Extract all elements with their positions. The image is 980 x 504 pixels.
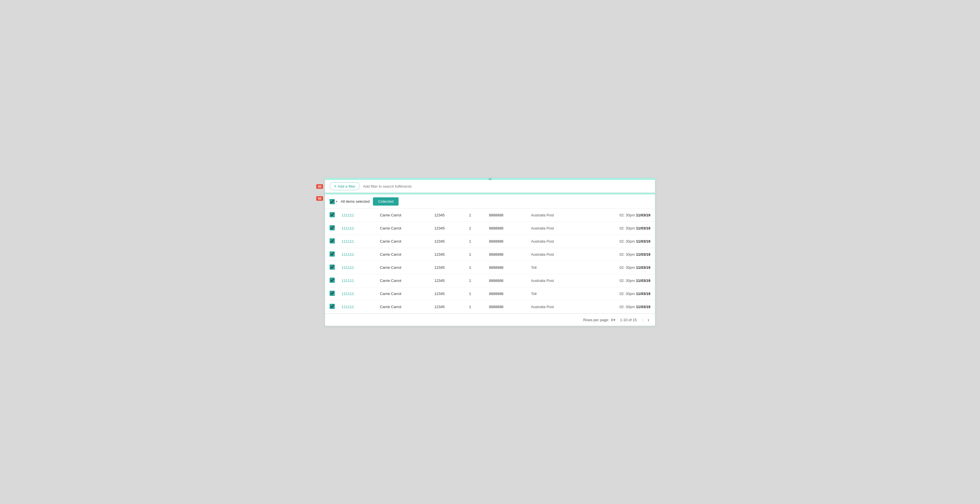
- row-checkbox-cell[interactable]: [325, 248, 337, 261]
- customer-name-cell: Carrie Carrot: [375, 248, 430, 261]
- phone-cell: 8888888: [484, 209, 526, 222]
- phone-cell: 8888888: [484, 222, 526, 235]
- customer-name-cell: Carrie Carrot: [375, 235, 430, 248]
- phone-cell: 8888888: [484, 248, 526, 261]
- order-id-cell: 111111: [337, 261, 375, 274]
- add-filter-button[interactable]: + Add a filter: [329, 182, 360, 190]
- rows-count-label: 1-10 of 15: [620, 318, 637, 322]
- customer-name-cell: Carrie Carrot: [375, 261, 430, 274]
- datetime-cell: 02: 30pm 11/03/19: [584, 209, 655, 222]
- customer-name-cell: Carrie Carrot: [375, 300, 430, 313]
- row-checkbox-7[interactable]: [329, 291, 335, 296]
- table-row: 111111 Carrie Carrot 12345 1 8888888 Aus…: [325, 300, 655, 313]
- courier-cell: Australia Post: [527, 248, 584, 261]
- row-checkbox-6[interactable]: [329, 278, 335, 283]
- date-part: 11/03/19: [636, 278, 651, 283]
- select-all-checkbox[interactable]: [329, 199, 335, 204]
- courier-cell: Australia Post: [527, 274, 584, 287]
- courier-cell: Australia Post: [527, 300, 584, 313]
- rows-per-page-value: 8: [611, 318, 613, 322]
- table-row: 111111 Carrie Carrot 12345 1 8888888 Tol…: [325, 287, 655, 300]
- phone-cell: 8888888: [484, 261, 526, 274]
- code-cell: 12345: [430, 235, 465, 248]
- table-row: 111111 Carrie Carrot 12345 1 8888888 Aus…: [325, 248, 655, 261]
- collected-button[interactable]: Collected: [373, 197, 399, 205]
- customer-name-cell: Carrie Carrot: [375, 222, 430, 235]
- plus-icon: +: [334, 184, 336, 189]
- time-part: 02: 30pm: [620, 239, 636, 243]
- row-checkbox-cell[interactable]: [325, 209, 337, 222]
- date-part: 11/03/19: [636, 305, 651, 309]
- code-cell: 12345: [430, 274, 465, 287]
- qty-cell: 1: [465, 287, 484, 300]
- datetime-cell: 02: 30pm 11/03/19: [584, 222, 655, 235]
- qty-cell: 1: [465, 274, 484, 287]
- order-id-cell: 111111: [337, 248, 375, 261]
- main-panel: 13 + Add a filter ▾ All items selected C…: [325, 178, 655, 326]
- table-row: 111111 Carrie Carrot 12345 1 8888888 Aus…: [325, 222, 655, 235]
- add-filter-label: Add a filter: [337, 184, 355, 189]
- order-id-cell: 111111: [337, 235, 375, 248]
- date-part: 11/03/19: [636, 213, 651, 217]
- phone-cell: 8888888: [484, 300, 526, 313]
- order-id-cell: 111111: [337, 274, 375, 287]
- datetime-cell: 02: 30pm 11/03/19: [584, 274, 655, 287]
- rows-per-page-group: Rows per page: 8 ▾: [583, 318, 615, 322]
- code-cell: 12345: [430, 209, 465, 222]
- row-checkbox-cell[interactable]: [325, 287, 337, 300]
- code-cell: 12345: [430, 287, 465, 300]
- row-checkbox-cell[interactable]: [325, 274, 337, 287]
- qty-cell: 1: [465, 209, 484, 222]
- code-cell: 12345: [430, 248, 465, 261]
- filter-search-input[interactable]: [363, 184, 651, 189]
- customer-name-cell: Carrie Carrot: [375, 274, 430, 287]
- code-cell: 12345: [430, 261, 465, 274]
- courier-cell: Toll: [527, 261, 584, 274]
- time-part: 02: 30pm: [620, 226, 636, 231]
- row-checkbox-2[interactable]: [329, 225, 335, 231]
- select-all-dropdown-arrow[interactable]: ▾: [336, 200, 337, 203]
- row-checkbox-cell[interactable]: [325, 300, 337, 313]
- order-id-cell: 111111: [337, 222, 375, 235]
- time-part: 02: 30pm: [620, 252, 636, 256]
- order-id-cell: 111111: [337, 300, 375, 313]
- datetime-cell: 02: 30pm 11/03/19: [584, 261, 655, 274]
- row-checkbox-1[interactable]: [329, 212, 335, 217]
- spacing-label-13a: 13: [488, 178, 492, 181]
- pagination-bar: Rows per page: 8 ▾ 1-10 of 15 ‹ ›: [325, 313, 655, 326]
- page-nav: ‹ ›: [641, 316, 651, 323]
- table-row: 111111 Carrie Carrot 12345 1 8888888 Aus…: [325, 209, 655, 222]
- next-page-button[interactable]: ›: [646, 316, 651, 323]
- row-checkbox-cell[interactable]: [325, 222, 337, 235]
- row-checkbox-4[interactable]: [329, 251, 335, 256]
- order-id-cell: 111111: [337, 209, 375, 222]
- rows-per-page-select[interactable]: 8 ▾: [611, 318, 615, 322]
- table-row: 111111 Carrie Carrot 12345 1 8888888 Aus…: [325, 274, 655, 287]
- datetime-cell: 02: 30pm 11/03/19: [584, 235, 655, 248]
- time-part: 02: 30pm: [620, 213, 636, 217]
- row-checkbox-3[interactable]: [329, 238, 335, 243]
- qty-cell: 1: [465, 235, 484, 248]
- qty-cell: 1: [465, 261, 484, 274]
- time-part: 02: 30pm: [620, 305, 636, 309]
- row-checkbox-8[interactable]: [329, 304, 335, 309]
- date-part: 11/03/19: [636, 252, 651, 256]
- customer-name-cell: Carrie Carrot: [375, 287, 430, 300]
- courier-cell: Australia Post: [527, 222, 584, 235]
- select-all-group: ▾: [329, 199, 337, 204]
- rows-per-page-dropdown-arrow[interactable]: ▾: [613, 318, 615, 322]
- qty-cell: 1: [465, 300, 484, 313]
- code-cell: 12345: [430, 300, 465, 313]
- row-checkbox-cell[interactable]: [325, 261, 337, 274]
- toolbar-row: ▾ All items selected Collected: [325, 194, 655, 209]
- qty-cell: 1: [465, 222, 484, 235]
- courier-cell: Australia Post: [527, 235, 584, 248]
- row-checkbox-cell[interactable]: [325, 235, 337, 248]
- row-checkbox-5[interactable]: [329, 264, 335, 270]
- datetime-cell: 02: 30pm 11/03/19: [584, 248, 655, 261]
- prev-page-button[interactable]: ‹: [641, 316, 645, 323]
- table-row: 111111 Carrie Carrot 12345 1 8888888 Aus…: [325, 235, 655, 248]
- data-table: 111111 Carrie Carrot 12345 1 8888888 Aus…: [325, 209, 655, 313]
- table-row: 111111 Carrie Carrot 12345 1 8888888 Tol…: [325, 261, 655, 274]
- date-part: 11/03/19: [636, 239, 651, 243]
